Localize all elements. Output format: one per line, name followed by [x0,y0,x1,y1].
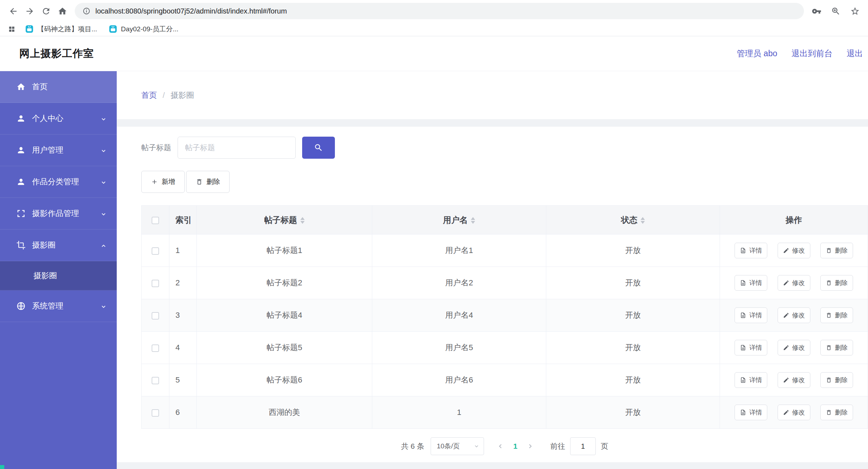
row-delete-button[interactable]: 删除 [820,275,853,291]
zoom-icon[interactable] [827,3,844,19]
checkbox-cell [142,267,169,299]
row-checkbox[interactable] [152,409,159,417]
page-info-icon[interactable] [83,7,90,15]
detail-button[interactable]: 详情 [735,372,767,388]
row-checkbox[interactable] [152,247,159,255]
row-delete-button[interactable]: 删除 [820,340,853,355]
row-checkbox[interactable] [152,280,159,287]
pencil-icon [783,280,789,286]
sidebar-item-personal-center[interactable]: 个人中心 [0,103,117,135]
index-cell: 1 [169,234,197,267]
crop-icon [16,241,26,250]
table-row: 1 帖子标题1 用户名1 开放 详情 修改 删除 [142,234,868,267]
sort-icon[interactable] [300,217,305,224]
breadcrumb-home-link[interactable]: 首页 [141,90,157,101]
row-delete-button[interactable]: 删除 [820,405,853,420]
search-input[interactable] [178,137,296,159]
column-header-title[interactable]: 帖子标题 [197,206,372,234]
detail-button[interactable]: 详情 [735,307,767,323]
back-icon[interactable] [5,3,21,19]
sidebar-item-label: 摄影圈 [32,240,56,251]
frame-icon [16,209,26,218]
status-cell: 开放 [546,299,720,332]
sidebar-item-photo-circle[interactable]: 摄影圈 [0,230,117,261]
row-delete-button[interactable]: 删除 [820,372,853,388]
goto-label: 前往 [550,441,565,451]
search-button[interactable] [302,137,335,159]
next-page-button[interactable] [523,439,537,453]
index-cell: 2 [169,267,197,299]
bookmark-label: 【码神之路】项目... [37,25,97,34]
trash-icon [196,178,203,185]
document-icon [740,377,746,383]
refresh-icon[interactable] [38,3,54,19]
goto-page-input[interactable] [570,437,596,455]
logout-link[interactable]: 退出 [847,48,863,59]
sidebar-item-system-management[interactable]: 系统管理 [0,290,117,322]
bookmark-item[interactable]: Day02-09-员工分... [104,23,183,35]
bookmark-star-icon[interactable] [847,3,863,19]
sidebar-item-work-category-management[interactable]: 作品分类管理 [0,166,117,198]
sidebar-item-user-management[interactable]: 用户管理 [0,135,117,166]
page-size-select[interactable]: 10条/页 [431,437,484,455]
add-button[interactable]: 新增 [141,171,185,193]
row-checkbox[interactable] [152,344,159,352]
prev-page-button[interactable] [493,439,507,453]
detail-button[interactable]: 详情 [735,340,767,355]
select-all-checkbox[interactable] [152,217,159,224]
breadcrumb-current: 摄影圈 [170,90,194,101]
edit-button[interactable]: 修改 [778,405,810,420]
search-icon [314,143,323,152]
sort-icon[interactable] [471,217,475,224]
column-header-username[interactable]: 用户名 [372,206,546,234]
detail-button[interactable]: 详情 [735,405,767,420]
actions-cell: 详情 修改 删除 [720,396,868,429]
sidebar-item-home[interactable]: 首页 [0,71,117,103]
checkbox-cell [142,299,169,332]
plus-icon [151,178,158,185]
forward-icon[interactable] [21,3,38,19]
chevron-down-icon [100,115,107,122]
detail-button[interactable]: 详情 [735,243,767,258]
exit-to-front-link[interactable]: 退出到前台 [791,48,832,59]
row-delete-button[interactable]: 删除 [820,307,853,323]
document-icon [740,409,746,416]
index-cell: 5 [169,364,197,396]
sidebar-subitem-photo-circle[interactable]: 摄影圈 [0,261,117,290]
row-delete-button[interactable]: 删除 [820,243,853,258]
passwords-key-icon[interactable] [808,3,825,19]
admin-user-link[interactable]: 管理员 abo [737,48,777,59]
column-header-status[interactable]: 状态 [546,206,720,234]
app-title: 网上摄影工作室 [19,47,94,61]
edit-button[interactable]: 修改 [778,340,810,355]
username-cell: 用户名4 [372,299,546,332]
detail-button[interactable]: 详情 [735,275,767,291]
edit-button[interactable]: 修改 [778,372,810,388]
row-checkbox[interactable] [152,377,159,384]
edit-button[interactable]: 修改 [778,307,810,323]
checkbox-cell [142,332,169,364]
title-cell: 西湖的美 [197,396,372,429]
delete-button[interactable]: 删除 [186,171,230,193]
page-number[interactable]: 1 [513,442,517,450]
table-row: 5 帖子标题6 用户名6 开放 详情 修改 删除 [142,364,868,396]
apps-grid-icon[interactable] [6,23,18,35]
bookmark-item[interactable]: 【码神之路】项目... [21,23,101,35]
sort-icon[interactable] [641,217,645,224]
browser-home-icon[interactable] [54,3,70,19]
chevron-down-icon [100,179,107,185]
index-cell: 3 [169,299,197,332]
page-size-value: 10条/页 [437,442,459,451]
chevron-down-icon [474,443,479,449]
row-checkbox[interactable] [152,312,159,320]
breadcrumb-separator: / [163,91,165,100]
edit-button[interactable]: 修改 [778,275,810,291]
address-bar[interactable]: localhost:8080/springboot07j52/admin/dis… [75,3,804,19]
app-body: 首页 个人中心 用户管理 作品分类管理 摄影作品管理 摄影圈 摄影圈 [0,71,868,469]
main-content: 首页 / 摄影圈 帖子标题 新增 删除 [117,71,868,469]
sidebar-item-photo-work-management[interactable]: 摄影作品管理 [0,198,117,230]
breadcrumb: 首页 / 摄影圈 [117,71,868,119]
sidebar-item-label: 首页 [32,81,48,92]
edit-button[interactable]: 修改 [778,243,810,258]
chevron-right-icon [527,443,534,450]
